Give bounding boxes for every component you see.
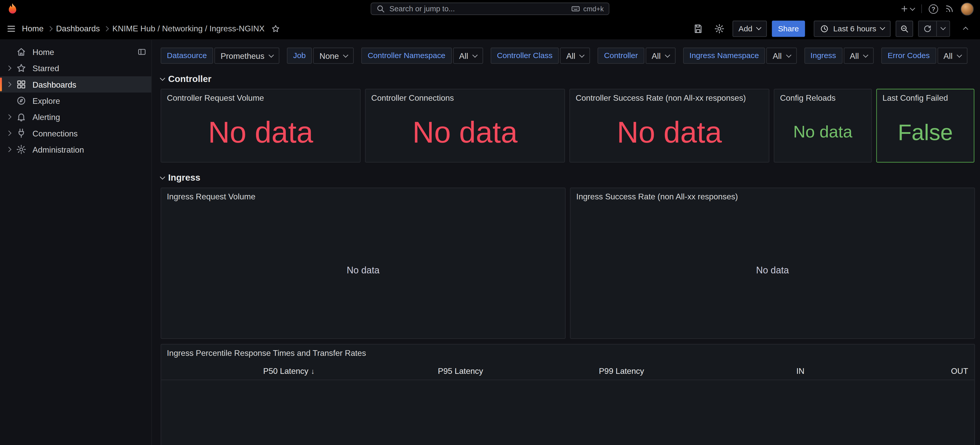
filter-value: All xyxy=(566,51,575,61)
filter-value-dropdown[interactable]: None xyxy=(313,48,354,64)
sidebar-item-label: Alerting xyxy=(33,112,60,122)
breadcrumb: Home Dashboards KNIME Hub / Networking /… xyxy=(22,24,264,33)
sidebar-item-label: Dashboards xyxy=(33,80,76,89)
column-header-in[interactable]: IN xyxy=(796,366,805,376)
stat-value: No data xyxy=(793,124,852,141)
filter-value-dropdown[interactable]: All xyxy=(937,48,967,64)
filter-job: Job None xyxy=(287,48,354,64)
chevron-down-icon xyxy=(580,52,585,57)
sidebar-item-dashboards[interactable]: Dashboards xyxy=(0,76,151,93)
panel-title[interactable]: Ingress Percentile Response Times and Tr… xyxy=(161,345,974,358)
stat-value: No data xyxy=(412,117,517,147)
sidebar-item-explore[interactable]: Explore xyxy=(0,93,151,109)
filter-value: All xyxy=(459,51,468,61)
menu-icon[interactable] xyxy=(6,23,16,33)
chevron-right-icon[interactable] xyxy=(4,115,14,119)
gear-icon xyxy=(14,144,29,155)
column-header-p50[interactable]: P50 Latency ↓ xyxy=(263,366,315,376)
column-label: P99 Latency xyxy=(599,366,644,376)
column-header-p95[interactable]: P95 Latency xyxy=(438,366,483,376)
chevron-down-icon xyxy=(160,174,165,179)
share-button[interactable]: Share xyxy=(772,20,805,37)
chevron-right-icon xyxy=(104,27,108,30)
panel-body: False xyxy=(877,102,974,162)
chevron-down-icon xyxy=(786,52,791,57)
panel-title[interactable]: Controller Request Volume xyxy=(161,89,360,102)
sidebar-item-connections[interactable]: Connections xyxy=(0,125,151,141)
sidebar-item-home[interactable]: Home xyxy=(0,44,151,60)
dashboard-toolbar: Add Share Last 6 hours xyxy=(690,20,974,37)
section-header-ingress[interactable]: Ingress xyxy=(161,171,200,184)
chevron-down-icon xyxy=(756,25,762,30)
chevron-right-icon[interactable] xyxy=(4,131,14,135)
filter-value-dropdown[interactable]: All xyxy=(560,48,590,64)
clock-icon xyxy=(820,24,829,33)
filter-value: All xyxy=(652,51,660,61)
stat-value: No data xyxy=(208,117,313,147)
filter-value-dropdown[interactable]: All xyxy=(766,48,797,64)
favorite-star-icon[interactable] xyxy=(272,24,280,33)
filter-value-dropdown[interactable]: All xyxy=(844,48,874,64)
dashboard-main: Datasource Prometheus Job None Controlle… xyxy=(152,40,980,445)
sidebar-item-alerting[interactable]: Alerting xyxy=(0,109,151,125)
screenshot-stage: Search or jump to... cmd+k ? xyxy=(0,0,980,445)
chevron-down-icon xyxy=(160,75,165,81)
chevron-down-icon xyxy=(940,25,946,30)
add-panel-button[interactable]: Add xyxy=(732,20,767,37)
chevron-right-icon[interactable] xyxy=(4,147,14,152)
sidebar-item-label: Starred xyxy=(33,64,59,73)
help-icon[interactable]: ? xyxy=(929,4,938,14)
table-body-empty xyxy=(161,380,974,445)
user-avatar[interactable] xyxy=(961,2,974,15)
nav-sidebar: Home Starred Dashboards xyxy=(0,40,152,445)
panel-title[interactable]: Controller Connections xyxy=(366,89,565,102)
chevron-up-icon xyxy=(963,27,969,32)
dashboard-settings-button[interactable] xyxy=(711,20,727,37)
dock-sidebar-icon[interactable] xyxy=(137,48,146,56)
filter-label: Ingress Namespace xyxy=(683,48,765,64)
sidebar-item-administration[interactable]: Administration xyxy=(0,141,151,158)
news-rss-icon[interactable] xyxy=(945,4,954,13)
add-label: Add xyxy=(738,24,752,33)
time-range-picker[interactable]: Last 6 hours xyxy=(814,20,891,37)
search-input[interactable]: Search or jump to... cmd+k xyxy=(371,3,609,15)
filter-controller: Controller All xyxy=(598,48,676,64)
zoom-out-time-button[interactable] xyxy=(896,20,913,37)
sidebar-item-label: Connections xyxy=(33,128,78,138)
refresh-interval-dropdown[interactable] xyxy=(936,21,950,36)
filter-label: Controller Class xyxy=(491,48,559,64)
filter-value: All xyxy=(850,51,859,61)
grafana-logo-icon[interactable] xyxy=(6,3,19,15)
panel-title[interactable]: Ingress Request Volume xyxy=(161,188,565,201)
panel-body: No data xyxy=(366,102,565,162)
filter-label: Controller Namespace xyxy=(361,48,452,64)
plug-icon xyxy=(14,128,29,138)
filter-controller-namespace: Controller Namespace All xyxy=(361,48,483,64)
breadcrumb-home[interactable]: Home xyxy=(22,24,43,33)
refresh-button[interactable] xyxy=(919,21,936,36)
panel-title[interactable]: Ingress Success Rate (non All-xx respons… xyxy=(571,188,974,201)
filter-value-dropdown[interactable]: All xyxy=(645,48,676,64)
panel-title[interactable]: Controller Success Rate (non All-xx resp… xyxy=(570,89,769,102)
filter-value-dropdown[interactable]: All xyxy=(453,48,483,64)
filter-controller-class: Controller Class All xyxy=(491,48,590,64)
breadcrumb-dashboards[interactable]: Dashboards xyxy=(56,24,100,33)
filter-ingress: Ingress All xyxy=(804,48,874,64)
sidebar-item-label: Explore xyxy=(33,96,60,105)
section-header-controller[interactable]: Controller xyxy=(161,72,212,85)
filter-datasource: Datasource Prometheus xyxy=(161,48,279,64)
column-header-out[interactable]: OUT xyxy=(951,366,968,376)
filter-label: Datasource xyxy=(161,48,213,64)
panel-title[interactable]: Last Config Failed xyxy=(877,89,974,102)
chevron-right-icon[interactable] xyxy=(4,66,14,70)
chevron-right-icon[interactable] xyxy=(4,83,14,86)
collapse-toolbar-button[interactable] xyxy=(958,20,974,37)
sidebar-item-starred[interactable]: Starred xyxy=(0,60,151,76)
new-menu-button[interactable] xyxy=(900,4,914,13)
filter-label: Job xyxy=(287,48,312,64)
column-header-p99[interactable]: P99 Latency xyxy=(599,366,644,376)
filter-value-dropdown[interactable]: Prometheus xyxy=(215,48,279,64)
save-dashboard-button[interactable] xyxy=(690,20,706,37)
panel-ingress-request-volume: Ingress Request Volume No data xyxy=(161,188,565,339)
panel-title[interactable]: Config Reloads xyxy=(774,89,871,102)
